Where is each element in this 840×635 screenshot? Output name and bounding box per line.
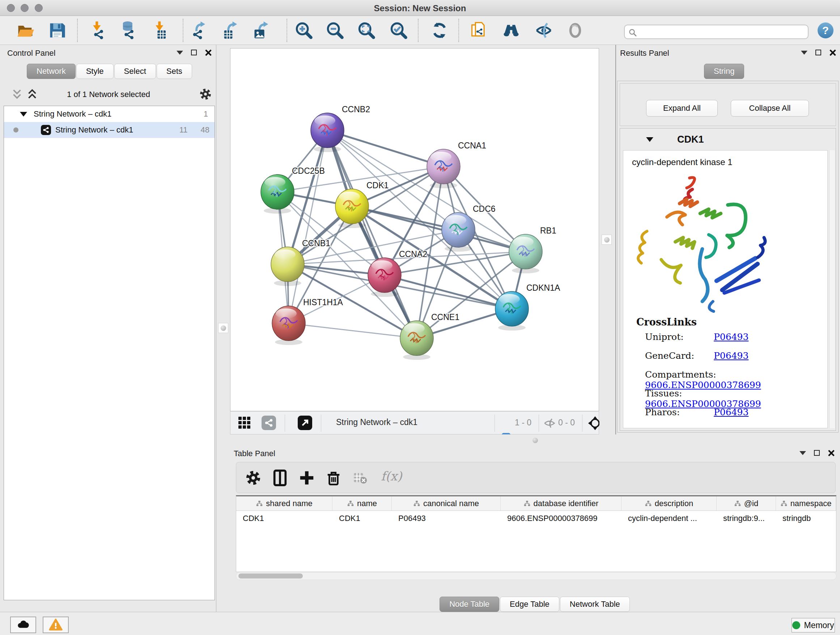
status-bar: Memory [0, 612, 840, 635]
column-header--id[interactable]: @id [717, 496, 776, 510]
tree-expander-icon[interactable] [20, 112, 27, 117]
panel-close-icon[interactable] [828, 450, 834, 456]
network-row-selected[interactable]: String Network – cdk1 11 48 [4, 122, 215, 138]
right-splitter-handle[interactable] [602, 234, 612, 245]
warning-status-button[interactable] [43, 616, 69, 633]
node-label: RB1 [540, 226, 556, 235]
network-node[interactable]: CCNB2 [311, 105, 370, 152]
cloud-status-button[interactable] [10, 616, 36, 633]
search-input[interactable] [640, 26, 805, 38]
toolbar-separator [183, 19, 183, 42]
table-cell[interactable]: 9606.ENSP00000378699 [501, 511, 622, 526]
find-button[interactable] [502, 21, 521, 40]
column-header-canonical-name[interactable]: canonical name [392, 496, 501, 510]
export-network-button[interactable] [190, 21, 209, 40]
expand-all-button[interactable]: Expand All [646, 100, 718, 117]
tab-sets[interactable]: Sets [156, 64, 192, 79]
tab-network[interactable]: Network [27, 64, 76, 79]
network-node[interactable]: CDKN1A [495, 283, 561, 331]
tab-style[interactable]: Style [76, 64, 114, 79]
card-expander-icon[interactable] [646, 137, 653, 142]
network-node[interactable]: CCNA1 [427, 141, 486, 188]
tab-network-table[interactable]: Network Table [560, 597, 630, 612]
zoom-selected-button[interactable] [389, 21, 408, 40]
tab-string[interactable]: String [704, 64, 744, 79]
import-table-from-file-button[interactable] [151, 21, 170, 40]
table-cell[interactable]: P06493 [392, 511, 501, 526]
clone-network-button[interactable] [469, 21, 488, 40]
panel-float-icon[interactable] [191, 50, 197, 55]
delete-column-button[interactable] [325, 470, 342, 486]
left-splitter-handle[interactable] [218, 323, 228, 333]
network-node[interactable]: HIST1H1A [272, 298, 343, 345]
tab-edge-table[interactable]: Edge Table [500, 597, 559, 612]
horizontal-splitter-handle[interactable] [532, 438, 538, 443]
toggle-column-view-button[interactable] [272, 470, 288, 486]
help-button[interactable]: ? [817, 22, 834, 39]
panel-float-icon[interactable] [815, 50, 821, 55]
network-node[interactable]: RB1 [509, 226, 556, 273]
collapse-all-tree-button[interactable] [11, 89, 24, 100]
birdseye-grid-button[interactable] [238, 417, 250, 429]
left-splitter[interactable] [217, 45, 230, 612]
panel-menu-icon[interactable] [177, 51, 183, 55]
crosslink-value-link[interactable]: P06493 [714, 332, 748, 342]
trash-icon [325, 470, 342, 486]
open-session-button[interactable] [16, 21, 35, 40]
show-all-button[interactable] [566, 21, 584, 40]
horizontal-splitter[interactable] [230, 434, 840, 446]
crosslink-value-link[interactable]: P06493 [714, 407, 748, 417]
zoom-out-button[interactable] [325, 21, 344, 40]
hide-selection-button[interactable] [534, 21, 553, 40]
panel-float-icon[interactable] [814, 450, 820, 456]
network-node[interactable]: CDK1 [335, 181, 388, 228]
import-network-from-file-button[interactable] [88, 21, 107, 40]
right-splitter[interactable] [600, 45, 616, 434]
add-column-button[interactable] [298, 470, 315, 486]
import-network-from-database-button[interactable] [119, 21, 138, 40]
memory-button[interactable]: Memory [791, 618, 835, 632]
results-scrollbar[interactable] [829, 150, 835, 428]
crosslink-value-link[interactable]: P06493 [714, 350, 748, 361]
network-edge[interactable] [352, 206, 526, 252]
zoom-fit-button[interactable] [357, 21, 376, 40]
network-options-button[interactable] [199, 88, 212, 101]
panel-menu-icon[interactable] [799, 451, 806, 455]
panel-menu-icon[interactable] [801, 51, 807, 55]
column-header-name[interactable]: name [332, 496, 392, 510]
table-settings-button[interactable] [245, 470, 262, 486]
scrollbar-thumb[interactable] [238, 573, 303, 578]
table-cell[interactable]: stringdb:9... [717, 511, 776, 526]
table-cell[interactable]: stringdb [776, 511, 836, 526]
network-edge[interactable] [289, 323, 417, 338]
expand-all-tree-button[interactable] [26, 89, 39, 100]
save-session-button[interactable] [48, 21, 66, 40]
tab-node-table[interactable]: Node Table [439, 597, 499, 612]
table-horizontal-scrollbar[interactable] [236, 572, 836, 580]
export-table-button[interactable] [221, 21, 240, 40]
table-row[interactable]: CDK1CDK1P064939606.ENSP00000378699cyclin… [236, 511, 836, 526]
column-header-database-identifier[interactable]: database identifier [501, 496, 622, 510]
tab-select[interactable]: Select [114, 64, 156, 79]
panel-close-icon[interactable] [205, 49, 211, 56]
crosslink-label: Compartments: [645, 369, 714, 380]
refresh-view-button[interactable] [430, 21, 449, 40]
column-header-shared-name[interactable]: shared name [236, 496, 332, 510]
collapse-all-button[interactable]: Collapse All [731, 100, 809, 117]
network-edge[interactable] [327, 130, 444, 166]
panel-close-icon[interactable] [829, 49, 836, 56]
detach-view-button[interactable] [298, 416, 312, 430]
column-header-description[interactable]: description [622, 496, 717, 510]
table-panel-title: Table Panel [234, 449, 275, 458]
table-cell[interactable]: CDK1 [236, 511, 332, 526]
protein-card-header[interactable]: CDK1 [620, 128, 836, 150]
toolbar-separator [458, 19, 459, 42]
export-image-button[interactable] [252, 21, 271, 40]
network-view-canvas[interactable]: CCNB2CCNA1CDC25BCDK1CDC6RB1CCNB1CCNA2CDK… [230, 48, 599, 411]
table-cell[interactable]: CDK1 [332, 511, 392, 526]
zoom-in-button[interactable] [294, 21, 313, 40]
column-header-namespace[interactable]: namespace [776, 496, 836, 510]
network-collection-row[interactable]: String Network – cdk1 1 [4, 106, 215, 122]
share-network-button[interactable] [262, 416, 276, 430]
table-cell[interactable]: cyclin-dependent ... [622, 511, 717, 526]
